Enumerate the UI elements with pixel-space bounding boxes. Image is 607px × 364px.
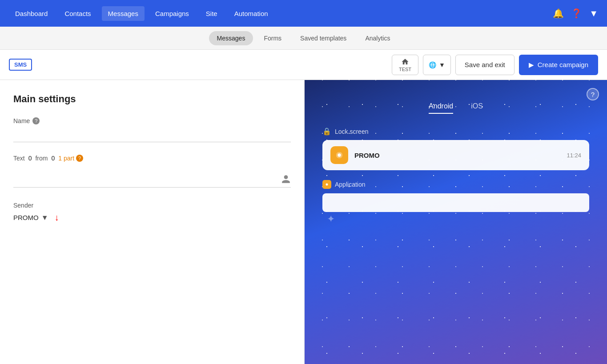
plus-decoration-2: ✦ bbox=[327, 213, 335, 225]
save-exit-button[interactable]: Save and exit bbox=[455, 55, 515, 75]
create-campaign-label: Create campaign bbox=[538, 61, 588, 68]
app-icon-orange bbox=[330, 146, 348, 164]
preview-help-icon[interactable]: ? bbox=[587, 88, 599, 100]
application-text-field bbox=[322, 193, 589, 212]
text-field-label: Text bbox=[13, 155, 25, 162]
nav-automation[interactable]: Automation bbox=[228, 6, 274, 21]
play-icon: ▶ bbox=[529, 61, 534, 69]
preview-tabs: Android iOS bbox=[305, 102, 607, 114]
top-nav-right: 🔔 ❓ ▼ bbox=[553, 8, 598, 19]
text-area[interactable] bbox=[13, 165, 291, 188]
text-part-help-icon[interactable]: ? bbox=[76, 155, 83, 162]
name-help-icon[interactable]: ? bbox=[32, 117, 40, 124]
create-campaign-button[interactable]: ▶ Create campaign bbox=[519, 55, 598, 75]
sub-nav-messages[interactable]: Messages bbox=[209, 31, 253, 45]
sub-nav-analytics[interactable]: Analytics bbox=[357, 31, 398, 45]
sms-badge: SMS bbox=[9, 59, 32, 71]
personalization-icon[interactable] bbox=[281, 174, 291, 186]
top-navigation: Dashboard Contacts Messages Campaigns Si… bbox=[0, 0, 607, 27]
app-icon-small bbox=[322, 180, 331, 189]
sender-select[interactable]: PROMO ▼ ↓ bbox=[13, 212, 291, 223]
test-label: TEST bbox=[399, 67, 411, 72]
text-from-label: from bbox=[35, 155, 48, 162]
main-settings-title: Main settings bbox=[13, 93, 291, 105]
application-text: Application bbox=[335, 181, 366, 188]
tab-ios[interactable]: iOS bbox=[471, 102, 483, 114]
name-input[interactable] bbox=[13, 127, 291, 142]
globe-button[interactable]: 🌐 ▼ bbox=[423, 55, 451, 75]
stars-background bbox=[305, 80, 607, 364]
notification-time: 11:24 bbox=[567, 152, 581, 159]
text-part-label: 1 part ? bbox=[58, 155, 83, 162]
main-content: Main settings Name ? Text 0 from 0 1 par… bbox=[0, 80, 607, 364]
test-button[interactable]: TEST bbox=[392, 55, 418, 75]
red-arrow-indicator: ↓ bbox=[55, 212, 59, 223]
globe-dropdown-icon: ▼ bbox=[439, 61, 445, 68]
application-label: Application bbox=[322, 180, 589, 189]
nav-contacts[interactable]: Contacts bbox=[58, 6, 97, 21]
svg-point-2 bbox=[326, 184, 328, 186]
sub-navigation: Messages Forms Saved templates Analytics bbox=[0, 27, 607, 50]
svg-point-1 bbox=[338, 153, 341, 156]
nav-site[interactable]: Site bbox=[200, 6, 224, 21]
notification-card: PROMO 11:24 bbox=[322, 140, 589, 170]
toolbar: SMS TEST 🌐 ▼ Save and exit ▶ Create camp… bbox=[0, 50, 607, 80]
nav-expand-icon[interactable]: ▼ bbox=[589, 8, 598, 19]
home-icon bbox=[401, 58, 409, 66]
name-field-label: Name ? bbox=[13, 117, 291, 124]
right-panel: + ✦ ? Android iOS 🔒 Lock screen PROMO 11… bbox=[305, 80, 607, 364]
sub-nav-forms[interactable]: Forms bbox=[256, 31, 289, 45]
sender-field-label: Sender bbox=[13, 202, 291, 209]
tab-android[interactable]: Android bbox=[429, 102, 453, 114]
nav-dashboard[interactable]: Dashboard bbox=[9, 6, 54, 21]
sender-value: PROMO bbox=[13, 214, 39, 221]
bell-icon[interactable]: 🔔 bbox=[553, 8, 564, 19]
globe-icon: 🌐 bbox=[429, 61, 436, 68]
lock-screen-label: 🔒 Lock screen bbox=[322, 127, 589, 136]
sender-chevron-icon: ▼ bbox=[41, 214, 48, 222]
lock-screen-section: 🔒 Lock screen PROMO 11:24 bbox=[322, 127, 589, 170]
lock-icon: 🔒 bbox=[322, 127, 331, 136]
nav-campaigns[interactable]: Campaigns bbox=[149, 6, 195, 21]
text-row: Text 0 from 0 1 part ? bbox=[13, 155, 291, 162]
text-area-container bbox=[13, 165, 291, 189]
lock-screen-text: Lock screen bbox=[335, 128, 368, 135]
sub-nav-saved-templates[interactable]: Saved templates bbox=[292, 31, 354, 45]
help-icon[interactable]: ❓ bbox=[571, 8, 582, 19]
application-section: Application bbox=[322, 180, 589, 212]
nav-messages[interactable]: Messages bbox=[102, 6, 145, 21]
text-char-count: 0 bbox=[28, 155, 32, 162]
text-from-count: 0 bbox=[51, 155, 55, 162]
left-panel: Main settings Name ? Text 0 from 0 1 par… bbox=[0, 80, 305, 364]
notification-title: PROMO bbox=[354, 152, 560, 159]
